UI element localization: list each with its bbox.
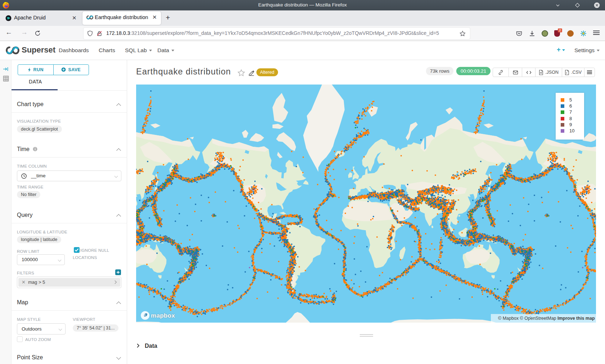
svg-text:x: x [566,72,568,74]
